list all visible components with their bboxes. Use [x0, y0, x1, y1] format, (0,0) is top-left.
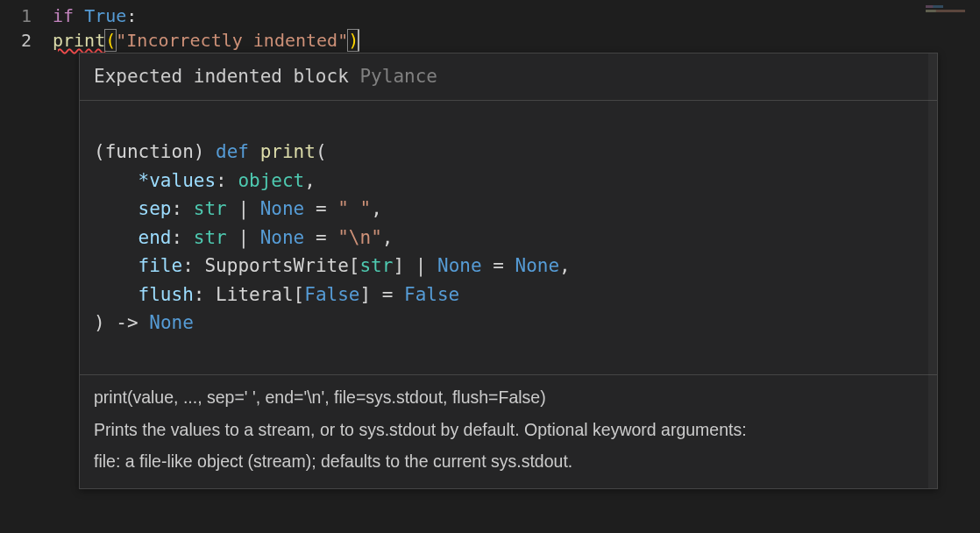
- default: " ": [337, 198, 371, 219]
- space: [74, 5, 84, 26]
- code-editor[interactable]: 1 2 if True: print("Incorrectly indented…: [0, 0, 980, 53]
- function-call-print: print: [53, 30, 105, 51]
- text-cursor: [358, 30, 359, 51]
- sig-name: print: [260, 141, 316, 162]
- minimap-line: [926, 5, 975, 8]
- param-sep: sep: [138, 198, 172, 219]
- default: "\n": [337, 227, 382, 248]
- line-number: 2: [0, 28, 32, 53]
- minimap[interactable]: [926, 5, 975, 18]
- sig-close: ): [94, 312, 105, 333]
- none: None: [437, 255, 482, 276]
- doc-usage: print(value, ..., sep=' ', end='\n', fil…: [94, 384, 923, 410]
- gutter: 1 2: [0, 4, 53, 53]
- colon: :: [126, 5, 137, 26]
- comma: ,: [371, 198, 382, 219]
- hover-tooltip[interactable]: Expected indented block Pylance (functio…: [79, 53, 938, 489]
- none: None: [260, 198, 305, 219]
- doc-description: Prints the values to a stream, or to sys…: [94, 416, 923, 443]
- code-line[interactable]: if True:: [53, 4, 980, 28]
- hover-scrollbar[interactable]: [928, 53, 937, 488]
- constant-true: True: [84, 5, 126, 26]
- param-end: end: [138, 227, 172, 248]
- error-message: Expected indented block: [94, 66, 349, 87]
- comma: ,: [382, 227, 394, 248]
- error-source: Pylance: [359, 66, 437, 87]
- comma: ,: [559, 255, 571, 276]
- false: False: [304, 284, 359, 305]
- hover-error-section: Expected indented block Pylance: [80, 53, 937, 100]
- minimap-line: [926, 10, 975, 12]
- sig-open: (: [316, 141, 327, 162]
- param-flush: flush: [138, 284, 194, 305]
- default: False: [404, 284, 459, 305]
- code-area[interactable]: if True: print("Incorrectly indented"): [53, 4, 980, 53]
- hover-doc-section: print(value, ..., sep=' ', end='\n', fil…: [80, 374, 937, 488]
- comma: ,: [304, 170, 316, 191]
- default: None: [515, 255, 560, 276]
- code-line[interactable]: print("Incorrectly indented"): [53, 28, 980, 53]
- param-values: *values: [138, 170, 217, 191]
- hover-signature-section: (function) def print( *values: object, s…: [80, 100, 937, 375]
- param-type: str: [359, 255, 393, 276]
- param-type: str: [194, 227, 227, 248]
- param-type: object: [238, 170, 304, 191]
- param-file: file: [138, 255, 183, 276]
- line-number: 1: [0, 4, 32, 28]
- none: None: [260, 227, 305, 248]
- sig-prefix: (function): [94, 141, 216, 162]
- keyword-def: def: [216, 141, 249, 162]
- param-type: str: [194, 198, 227, 219]
- keyword-if: if: [53, 5, 74, 26]
- return-type: None: [149, 312, 194, 333]
- doc-file-line: file: a file-like object (stream); defau…: [94, 448, 923, 474]
- string-literal: "Incorrectly indented": [116, 30, 348, 51]
